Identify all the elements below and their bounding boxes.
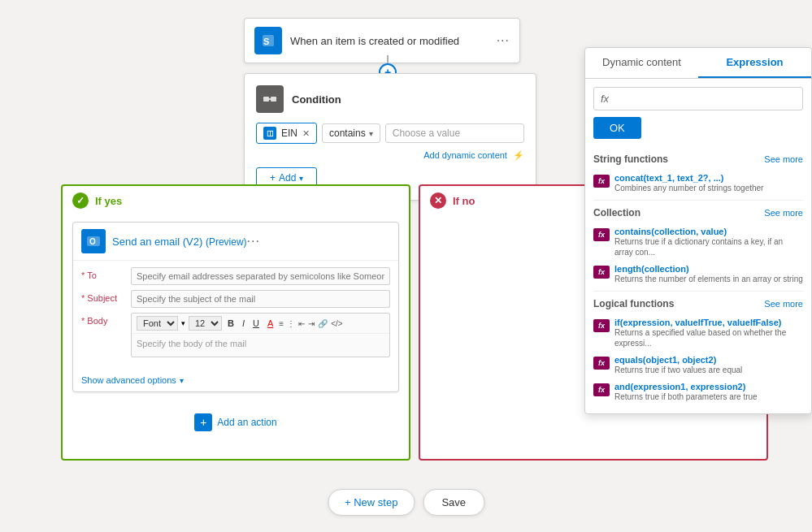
body-content[interactable]: Specify the body of the mail [132,334,389,357]
func-if-desc: Returns a specified value based on wheth… [614,327,803,348]
new-step-button[interactable]: + New step [328,489,415,516]
fx-badge-equals: fx [593,357,610,370]
field-icon: ◫ [263,127,276,140]
tab-dynamic-content[interactable]: Dynamic content [585,48,698,78]
sharepoint-icon: S [260,32,276,49]
branch-yes-icon: ✓ [72,192,89,209]
add-icon: + [270,172,276,184]
canvas: S When an item is created or modified ··… [0,0,812,532]
condition-field[interactable]: ◫ EIN ✕ [256,123,317,144]
branch-yes-label: If yes [95,195,122,207]
func-concat-desc: Combines any number of strings together [614,183,763,193]
func-if-name: if(expression, valueIfTrue, valueIfFalse… [614,318,803,327]
condition-row: ◫ EIN ✕ contains ▾ Choose a value [256,123,524,144]
show-advanced-link[interactable]: Show advanced options ▾ [73,369,398,391]
add-action-label: Add an action [217,417,276,428]
ok-button[interactable]: OK [593,117,641,139]
func-contains-text: contains(collection, value) Returns true… [614,227,803,257]
subject-field-row: Subject [81,290,390,308]
panel-tabs: Dynamic content Expression [585,48,811,79]
func-and-text: and(expression1, expression2) Returns tr… [614,382,758,402]
trigger-more-button[interactable]: ··· [497,33,510,48]
branch-no-label: If no [453,195,475,207]
action-header: O Send an email (V2) (Preview) ··· [73,223,398,261]
action-fields: To Subject Body Font [73,261,398,369]
link-icon[interactable]: 🔗 [318,319,328,328]
logical-functions-title: Logical functions [593,298,674,309]
indent-left-icon[interactable]: ⇤ [298,319,305,328]
dynamic-link-label: Add dynamic content [423,150,507,160]
body-field-row: Body Font ▾ 12 B I [81,313,390,357]
connector-line [387,55,389,63]
bottom-bar: + New step Save [328,489,484,516]
fx-label: fx [601,93,609,105]
func-if[interactable]: fx if(expression, valueIfTrue, valueIfFa… [593,314,803,352]
indent-right-icon[interactable]: ⇥ [308,319,315,328]
func-concat[interactable]: fx concat(text_1, text_2?, ...) Combines… [593,170,803,197]
func-equals-name: equals(object1, object2) [614,355,742,365]
subject-label: Subject [81,290,126,303]
trigger-icon: S [254,27,282,54]
font-select[interactable]: Font [137,316,178,331]
collection-title: Collection [593,207,640,218]
tab-expression[interactable]: Expression [698,48,811,78]
panel-content: fx OK String functions See more fx conca… [585,79,811,413]
string-functions-see-more[interactable]: See more [764,154,803,164]
branch-yes-header: ✓ If yes [63,186,409,215]
func-equals-text: equals(object1, object2) Returns true if… [614,355,742,375]
condition-icon [256,85,284,113]
action-title-group: Send an email (V2) (Preview) [112,234,247,249]
list-ul-icon[interactable]: ≡ [279,319,284,328]
action-name: Send an email (V2) [112,236,202,248]
trigger-title: When an item is created or modified [290,35,497,47]
add-action-button[interactable]: + Add an action [63,400,409,444]
fx-badge-if: fx [593,319,610,332]
func-contains[interactable]: fx contains(collection, value) Returns t… [593,223,803,261]
condition-block: Condition ◫ EIN ✕ contains ▾ Choose a va… [244,73,536,201]
field-remove-button[interactable]: ✕ [302,128,310,139]
func-length-text: length(collection) Returns the number of… [614,264,803,284]
svg-text:S: S [263,37,269,46]
func-and-name: and(expression1, expression2) [614,382,758,391]
condition-operator[interactable]: contains ▾ [322,123,380,143]
fx-input[interactable] [614,93,796,105]
svg-text:O: O [89,237,96,246]
divider-1 [593,200,803,201]
func-concat-text: concat(text_1, text_2?, ...) Combines an… [614,173,763,193]
code-icon[interactable]: </> [331,319,342,328]
subject-input[interactable] [131,290,390,308]
to-input[interactable] [131,267,390,285]
size-select[interactable]: 12 [189,316,222,331]
save-button[interactable]: Save [423,489,484,516]
fx-badge-concat: fx [593,175,610,188]
list-ol-icon[interactable]: ⋮ [287,319,295,328]
action-icon: O [81,229,106,253]
condition-header: Condition [256,85,524,113]
toolbar-chevron: ▾ [181,319,185,327]
color-button[interactable]: A [265,318,276,329]
logical-functions-header: Logical functions See more [593,298,803,309]
add-dynamic-link[interactable]: Add dynamic content ⚡ [256,150,524,161]
func-and[interactable]: fx and(expression1, expression2) Returns… [593,378,803,405]
func-equals[interactable]: fx equals(object1, object2) Returns true… [593,352,803,378]
to-label: To [81,267,126,280]
condition-operator-chevron: ▾ [369,129,373,138]
func-and-desc: Returns true if both parameters are true [614,391,758,402]
func-length[interactable]: fx length(collection) Returns the number… [593,261,803,288]
string-functions-header: String functions See more [593,154,803,165]
condition-value-field[interactable]: Choose a value [385,123,524,143]
collection-see-more[interactable]: See more [764,208,803,218]
func-concat-name: concat(text_1, text_2?, ...) [614,173,763,183]
to-field-row: To [81,267,390,285]
expression-panel: Dynamic content Expression fx OK String … [584,47,812,414]
logical-functions-see-more[interactable]: See more [764,299,803,309]
underline-button[interactable]: U [250,318,262,329]
bold-button[interactable]: B [225,318,237,329]
action-preview: (Preview) [206,236,247,248]
svg-rect-2 [263,97,269,102]
body-label: Body [81,313,126,326]
italic-button[interactable]: I [240,318,247,329]
action-more-button[interactable]: ··· [247,234,260,249]
body-editor[interactable]: Font ▾ 12 B I U A ≡ [131,313,390,357]
condition-operator-label: contains [329,128,366,139]
